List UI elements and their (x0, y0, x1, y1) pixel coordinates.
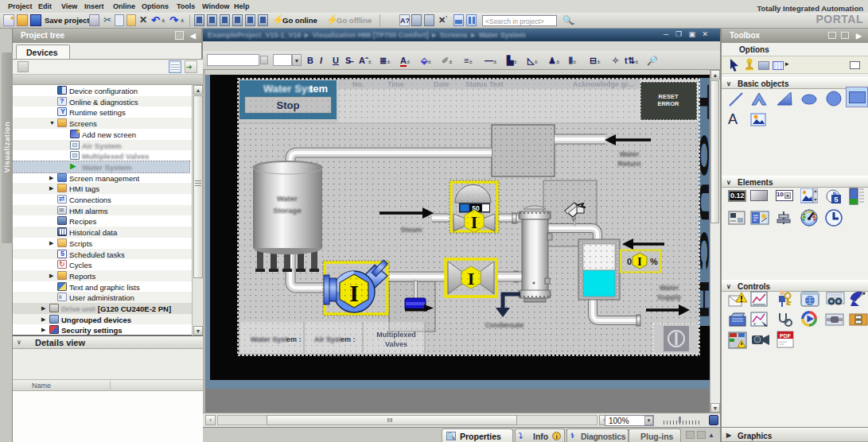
svg-text:Water: Water (660, 284, 679, 292)
svg-text:I: I (637, 255, 642, 268)
svg-text:Stop: Stop (277, 99, 300, 111)
svg-text:5: 5 (834, 196, 838, 204)
svg-text:PDF: PDF (780, 333, 792, 339)
svg-text:Water Syst: Water Syst (251, 335, 287, 343)
svg-text:Status Text: Status Text (465, 80, 504, 88)
svg-text:I: I (471, 212, 478, 232)
svg-text:tem: tem (309, 83, 328, 95)
svg-text:I: I (468, 269, 475, 289)
svg-text:Air Syst: Air Syst (314, 335, 341, 343)
svg-text:%: % (650, 257, 658, 266)
svg-text:ERROR: ERROR (657, 100, 679, 107)
svg-text:x: x (753, 321, 756, 326)
svg-text:em :: em : (286, 335, 302, 343)
svg-text:Date: Date (434, 80, 450, 88)
svg-text:Steam: Steam (400, 226, 422, 234)
svg-text:Acknowledge gr...: Acknowledge gr... (573, 80, 634, 88)
svg-text:No.: No. (352, 80, 364, 88)
svg-text:0: 0 (627, 257, 632, 266)
svg-text:RESET: RESET (658, 93, 678, 100)
svg-text:Water Sys: Water Sys (263, 83, 313, 95)
svg-text:Return: Return (618, 160, 641, 168)
svg-text:Valves: Valves (385, 340, 407, 348)
svg-text:Time: Time (387, 80, 404, 88)
svg-text:Water: Water (620, 150, 640, 158)
svg-text:Storage: Storage (273, 206, 301, 215)
svg-text:Supply: Supply (657, 293, 681, 301)
svg-text:I: I (349, 280, 359, 306)
svg-text:em :: em : (341, 335, 356, 343)
svg-text:Condensate: Condensate (485, 321, 524, 329)
svg-text:Multiplexed: Multiplexed (376, 331, 416, 339)
svg-text:Water: Water (277, 194, 298, 203)
